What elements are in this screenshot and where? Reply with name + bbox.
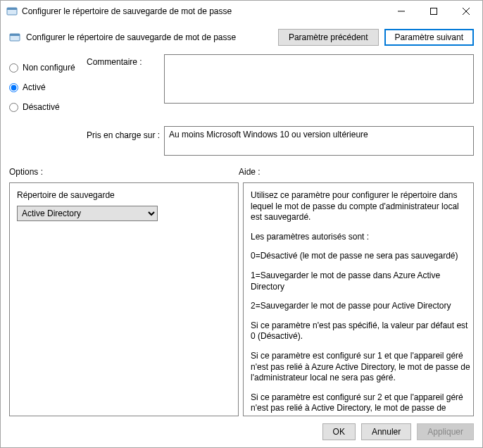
help-text: 0=Désactivé (le mot de passe ne sera pas…	[251, 251, 470, 262]
radio-not-configured[interactable]: Non configuré	[9, 63, 87, 73]
policy-icon	[9, 32, 20, 43]
titlebar: Configurer le répertoire de sauvegarde d…	[1, 1, 482, 22]
comment-textarea[interactable]	[164, 54, 474, 104]
help-pane: Utilisez ce paramètre pour configurer le…	[243, 182, 474, 416]
options-label: Options :	[9, 167, 239, 177]
radio-disabled[interactable]: Désactivé	[9, 102, 87, 112]
backup-dir-label: Répertoire de sauvegarde	[17, 190, 231, 200]
cancel-button[interactable]: Annuler	[361, 423, 411, 440]
help-text: 2=Sauvegarder le mot de passe pour Activ…	[251, 301, 470, 312]
previous-setting-button[interactable]: Paramètre précédent	[278, 29, 379, 46]
policy-icon	[6, 6, 18, 17]
svg-rect-7	[10, 34, 20, 36]
svg-rect-3	[431, 8, 437, 15]
supported-on-box: Au moins Microsoft Windows 10 ou version…	[164, 126, 474, 156]
ok-button[interactable]: OK	[322, 423, 356, 440]
help-text: 1=Sauvegarder le mot de passe dans Azure…	[251, 270, 470, 292]
policy-name: Configurer le répertoire de sauvegarde d…	[26, 32, 272, 42]
supported-on-text: Au moins Microsoft Windows 10 ou version…	[169, 130, 368, 139]
window-title: Configurer le répertoire de sauvegarde d…	[22, 6, 385, 16]
help-text: Utilisez ce paramètre pour configurer le…	[251, 190, 470, 223]
radio-enabled[interactable]: Activé	[9, 82, 87, 92]
backup-dir-select[interactable]: Active Directory	[17, 206, 158, 221]
maximize-button[interactable]	[418, 1, 450, 22]
help-label: Aide :	[239, 167, 261, 177]
footer: OK Annuler Appliquer	[1, 416, 482, 447]
svg-rect-1	[7, 8, 17, 10]
help-text: Si ce paramètre est configuré sur 2 et q…	[251, 392, 470, 416]
state-radios: Non configuré Activé Désactivé	[9, 54, 87, 122]
dialog-window: Configurer le répertoire de sauvegarde d…	[0, 0, 483, 448]
help-text: Si ce paramètre n'est pas spécifié, la v…	[251, 321, 470, 342]
comment-label: Commentaire :	[87, 54, 164, 122]
close-button[interactable]	[450, 1, 482, 22]
help-text: Si ce paramètre est configuré sur 1 et q…	[251, 351, 470, 384]
header-row: Configurer le répertoire de sauvegarde d…	[1, 22, 482, 54]
next-setting-button[interactable]: Paramètre suivant	[384, 29, 474, 46]
options-pane: Répertoire de sauvegarde Active Director…	[9, 182, 239, 416]
minimize-button[interactable]	[385, 1, 418, 22]
help-text: Les paramètres autorisés sont :	[251, 232, 470, 243]
supported-label: Pris en charge sur :	[87, 127, 164, 140]
apply-button: Appliquer	[417, 423, 474, 440]
